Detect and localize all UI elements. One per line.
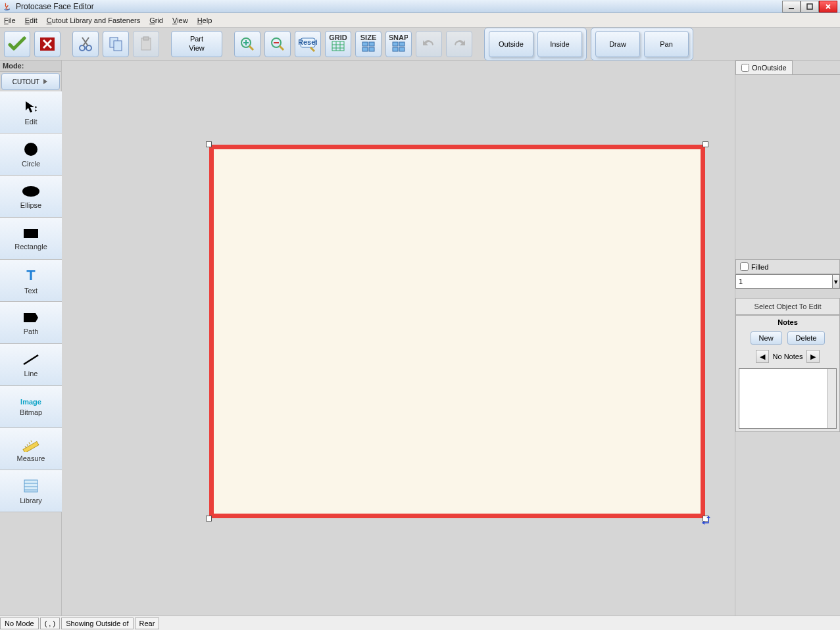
undo-button[interactable] — [416, 31, 442, 57]
tool-measure[interactable]: Measure — [0, 428, 62, 470]
tool-ellipse[interactable]: Ellipse — [0, 176, 62, 218]
notes-new-button[interactable]: New — [751, 331, 782, 345]
ellipse-icon — [21, 184, 41, 199]
tool-library[interactable]: Library — [0, 470, 62, 512]
tool-rectangle[interactable]: Rectangle — [0, 218, 62, 260]
menu-cutout[interactable]: Cutout Library and Fasteners — [47, 16, 140, 24]
chevron-right-icon — [42, 78, 49, 85]
menu-bar: File Edit Cutout Library and Fasteners G… — [0, 13, 840, 28]
menu-help[interactable]: Help — [197, 16, 212, 24]
rectangle-icon — [21, 227, 41, 240]
menu-edit[interactable]: Edit — [25, 16, 37, 24]
minimize-button[interactable] — [782, 1, 801, 12]
redo-button[interactable] — [446, 31, 472, 57]
svg-rect-24 — [399, 47, 405, 51]
svg-point-26 — [22, 186, 39, 197]
library-icon — [22, 478, 39, 494]
svg-point-3 — [80, 45, 85, 51]
onoutside-tab[interactable]: OnOutside — [735, 61, 793, 74]
draw-mode-button[interactable]: Draw — [595, 31, 640, 57]
pan-mode-button[interactable]: Pan — [644, 31, 689, 57]
onoutside-checkbox[interactable] — [741, 64, 749, 72]
mode-dropdown[interactable]: CUTOUT — [1, 73, 60, 90]
paste-button[interactable] — [133, 31, 159, 57]
notes-scrollbar[interactable] — [827, 369, 836, 428]
outside-button[interactable]: Outside — [489, 31, 533, 57]
window-title: Protocase Face Editor — [16, 2, 94, 11]
mode-toggle-group: Draw Pan — [591, 28, 693, 61]
tool-bitmap[interactable]: Image Bitmap — [0, 386, 62, 428]
tool-palette: Mode: CUTOUT Edit Circle Ellipse Rectang… — [0, 61, 62, 616]
text-icon: T — [26, 267, 35, 284]
resize-handle-bl[interactable] — [206, 516, 212, 521]
properties-empty-area — [735, 75, 840, 259]
notes-panel: Notes New Delete ◀ No Notes ▶ — [735, 315, 840, 432]
onoutside-label: OnOutside — [752, 64, 787, 72]
part-view-button[interactable]: Part View — [171, 31, 222, 57]
tool-edit[interactable]: Edit — [0, 91, 62, 133]
close-button[interactable] — [819, 1, 837, 12]
tool-path[interactable]: Path — [0, 302, 62, 344]
svg-text:GRID: GRID — [329, 35, 347, 41]
grid-toggle-button[interactable]: GRID — [325, 31, 351, 57]
dropdown-arrow[interactable]: ▾ — [832, 275, 839, 288]
svg-rect-14 — [332, 41, 344, 51]
properties-panel: OnOutside Filled ▾ Select Object To Edit… — [735, 61, 840, 616]
part-view-label-2: View — [189, 44, 205, 53]
svg-rect-17 — [369, 42, 374, 46]
svg-rect-6 — [114, 41, 122, 51]
menu-file[interactable]: File — [4, 16, 16, 24]
menu-grid[interactable]: Grid — [149, 16, 163, 24]
cut-button[interactable] — [72, 31, 99, 57]
svg-rect-23 — [393, 47, 398, 51]
zoom-reset-button[interactable]: Reset — [295, 31, 321, 57]
tool-circle[interactable]: Circle — [0, 133, 62, 176]
origin-marker-icon — [701, 514, 714, 527]
snap-button[interactable]: SNAP — [385, 31, 412, 57]
status-coords: ( , ) — [40, 618, 61, 629]
status-showing: Showing Outside of — [61, 618, 133, 629]
svg-rect-18 — [362, 47, 368, 51]
notes-title: Notes — [736, 316, 839, 329]
size-button[interactable]: SIZE — [355, 31, 382, 57]
inside-button[interactable]: Inside — [537, 31, 582, 57]
side-toggle-group: Outside Inside — [484, 28, 587, 61]
cancel-button[interactable] — [34, 31, 61, 57]
svg-text:SNAP: SNAP — [389, 35, 408, 41]
svg-rect-8 — [143, 37, 149, 40]
svg-rect-27 — [24, 229, 38, 238]
notes-prev-button[interactable]: ◀ — [756, 350, 769, 363]
notes-status: No Notes — [773, 352, 803, 360]
svg-rect-22 — [399, 42, 405, 46]
face-outline[interactable] — [209, 145, 705, 518]
main-toolbar: Part View Reset GRID SIZE SNAP Outside I… — [0, 28, 840, 61]
select-object-header: Select Object To Edit — [735, 298, 840, 315]
status-face: Rear — [135, 618, 160, 629]
canvas[interactable] — [62, 61, 735, 616]
tool-line[interactable]: Line — [0, 344, 62, 386]
menu-view[interactable]: View — [172, 16, 188, 24]
status-bar: No Mode ( , ) Showing Outside of Rear — [0, 616, 840, 630]
filled-checkbox[interactable] — [740, 262, 749, 271]
title-bar: Protocase Face Editor — [0, 0, 840, 13]
value-input[interactable] — [736, 275, 832, 288]
maximize-button[interactable] — [801, 1, 819, 12]
zoom-out-button[interactable] — [264, 31, 291, 57]
notes-next-button[interactable]: ▶ — [806, 350, 820, 363]
image-icon: Image — [20, 398, 41, 406]
ruler-icon — [21, 436, 41, 452]
accept-button[interactable] — [4, 31, 30, 57]
zoom-in-button[interactable] — [234, 31, 260, 57]
edit-cursor-icon — [22, 99, 40, 115]
resize-handle-tr[interactable] — [703, 141, 708, 147]
tool-text[interactable]: T Text — [0, 260, 62, 302]
svg-rect-1 — [807, 4, 812, 9]
notes-delete-button[interactable]: Delete — [787, 331, 826, 345]
svg-point-25 — [24, 143, 37, 156]
copy-button[interactable] — [103, 31, 129, 57]
resize-handle-tl[interactable] — [206, 141, 212, 147]
status-mode: No Mode — [0, 618, 39, 629]
value-dropdown[interactable]: ▾ — [735, 274, 840, 289]
notes-textarea[interactable] — [739, 368, 837, 429]
line-icon — [21, 352, 41, 367]
